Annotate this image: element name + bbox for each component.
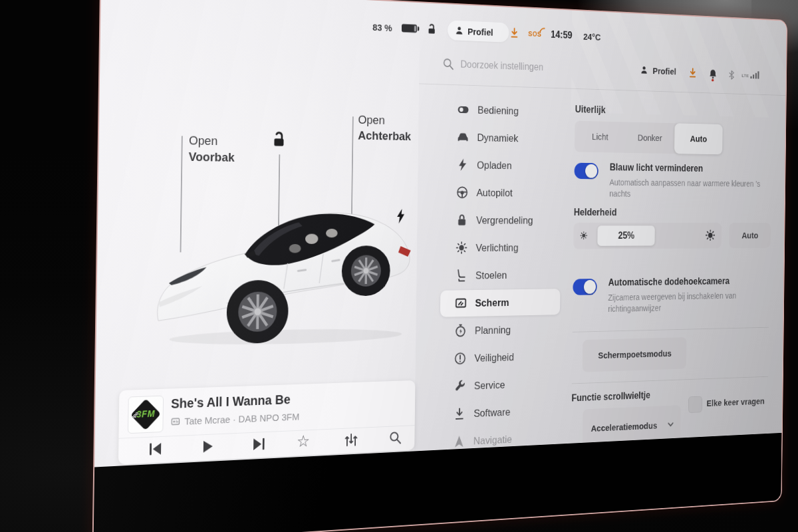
car-image: [150, 187, 426, 358]
blind-spot-subtitle: Zijcamera weergeven bij inschakelen van …: [608, 290, 753, 315]
blue-light-title: Blauw licht verminderen: [610, 162, 703, 174]
display-icon: [454, 296, 467, 311]
settings-panel: Doorzoek instellingen Profiel: [414, 3, 787, 462]
open-frunk-line1: Open: [189, 132, 235, 150]
brightness-icon: [455, 240, 468, 255]
sidebar-item-opladen[interactable]: Opladen: [418, 150, 571, 180]
open-frunk-line2: Voorbak: [189, 148, 235, 165]
track-subtitle-row: Tate Mcrae · DAB NPO 3FM: [171, 411, 300, 427]
person-icon: [454, 25, 464, 36]
toggle-icon: [457, 102, 470, 117]
next-track-button[interactable]: [251, 436, 267, 453]
appearance-segmented-control: Licht Donker Auto: [575, 121, 723, 155]
lte-label: LTE: [741, 73, 749, 78]
sun-small-icon: [579, 230, 589, 240]
track-subtitle: Tate Mcrae · DAB NPO 3FM: [184, 411, 299, 427]
toggle-knob: [585, 164, 597, 178]
sos-call-icon: [539, 27, 547, 33]
bolt-icon: [456, 157, 469, 172]
sun-large-icon: [705, 229, 716, 242]
appearance-heading: Uiterlijk: [575, 104, 606, 115]
scroll-wheel-heading: Functie scrollwieltje: [571, 390, 650, 404]
battery-icon: [402, 24, 417, 33]
sidebar-item-bediening[interactable]: Bediening: [418, 94, 572, 126]
sidebar-item-autopilot[interactable]: Autopilot: [418, 178, 571, 207]
play-button[interactable]: [199, 438, 215, 456]
source-icon: [171, 416, 180, 426]
notifications-bell-icon[interactable]: [708, 68, 718, 82]
track-title: She's All I Wanna Be: [171, 392, 291, 412]
profile-button[interactable]: Profiel: [640, 65, 676, 76]
blind-spot-title: Automatische dodehoekcamera: [608, 276, 730, 288]
brightness-auto-button[interactable]: Auto: [729, 223, 771, 248]
lock-open-icon[interactable]: [426, 23, 438, 36]
download-icon[interactable]: [509, 27, 519, 39]
lock-open-icon[interactable]: [270, 130, 288, 149]
schedule-icon: [454, 323, 467, 338]
sos-badge: SOS: [528, 30, 541, 38]
station-logo[interactable]: npo 3FM: [128, 396, 164, 434]
battery-percent: 83 %: [372, 21, 392, 33]
section-divider: [573, 327, 769, 332]
ask-every-time-label: Elke keer vragen: [706, 396, 764, 408]
sidebar-item-scherm[interactable]: Scherm: [416, 288, 570, 318]
wrench-icon: [453, 378, 466, 394]
blue-light-subtitle: Automatisch aanpassen naar warmere kleur…: [609, 177, 765, 200]
download-icon[interactable]: [688, 67, 698, 79]
search-icon: [442, 57, 455, 71]
brightness-value[interactable]: 25%: [597, 225, 655, 245]
media-search-button[interactable]: [388, 430, 403, 446]
safety-alert-icon: [454, 351, 467, 366]
photo-stage: Open Voorbak Open Achterbak: [0, 0, 798, 532]
equalizer-button[interactable]: [344, 432, 359, 449]
blue-light-toggle[interactable]: [574, 163, 598, 180]
sidebar-item-planning[interactable]: Planning: [416, 315, 569, 346]
bluetooth-icon[interactable]: [727, 68, 735, 82]
sidebar-item-dynamiek[interactable]: Dynamiek: [418, 122, 572, 153]
driver-profile-label[interactable]: Profiel: [467, 26, 493, 37]
screen-clean-mode-button[interactable]: Schermpoetsmodus: [583, 337, 687, 372]
software-download-icon: [453, 406, 466, 422]
appearance-option-licht[interactable]: Licht: [575, 121, 625, 153]
appearance-option-auto[interactable]: Auto: [674, 123, 723, 154]
car-status-panel: Open Voorbak Open Achterbak: [94, 0, 420, 479]
sidebar-item-stoelen[interactable]: Stoelen: [416, 261, 570, 291]
car-icon: [456, 130, 469, 145]
lock-icon: [455, 213, 468, 227]
seat-icon: [454, 268, 467, 283]
outside-temperature[interactable]: 24°C: [583, 31, 600, 42]
navigation-icon: [452, 434, 466, 449]
station-logo-text: 3FM: [128, 408, 163, 420]
ask-every-time-checkbox[interactable]: [688, 396, 702, 413]
steering-wheel-icon: [456, 185, 469, 200]
profile-label: Profiel: [652, 65, 676, 76]
sidebar-item-vergrendeling[interactable]: Vergrendeling: [417, 206, 571, 234]
dropdown-value: Acceleratiemodus: [591, 420, 658, 434]
media-player-card: npo 3FM She's All I Wanna Be Tate Mcrae …: [118, 380, 416, 465]
open-frunk-button[interactable]: Open Voorbak: [189, 132, 235, 166]
open-trunk-line2: Achterbak: [358, 128, 411, 144]
section-divider: [572, 376, 768, 384]
previous-track-button[interactable]: [147, 440, 164, 458]
favorite-star-button[interactable]: ☆: [297, 431, 312, 448]
open-trunk-button[interactable]: Open Achterbak: [358, 112, 411, 144]
person-icon: [640, 65, 649, 75]
search-placeholder: Doorzoek instellingen: [460, 59, 543, 73]
settings-sidebar: Bediening Dynamiek Opladen: [414, 94, 572, 458]
chevron-down-icon: [666, 420, 674, 430]
tesla-touchscreen: Open Voorbak Open Achterbak: [92, 0, 788, 532]
appearance-option-donker[interactable]: Donker: [625, 122, 675, 154]
toggle-knob: [584, 280, 596, 294]
blind-spot-camera-toggle[interactable]: [573, 279, 597, 295]
sidebar-item-verlichting[interactable]: Verlichting: [417, 234, 571, 262]
lte-signal-icon: LTE: [741, 70, 759, 78]
open-trunk-line1: Open: [358, 112, 411, 128]
clock: 14:59: [551, 29, 573, 41]
brightness-heading: Helderheid: [574, 207, 617, 217]
brightness-slider[interactable]: 25%: [573, 223, 722, 249]
settings-search-input[interactable]: Doorzoek instellingen Profiel: [419, 50, 786, 90]
